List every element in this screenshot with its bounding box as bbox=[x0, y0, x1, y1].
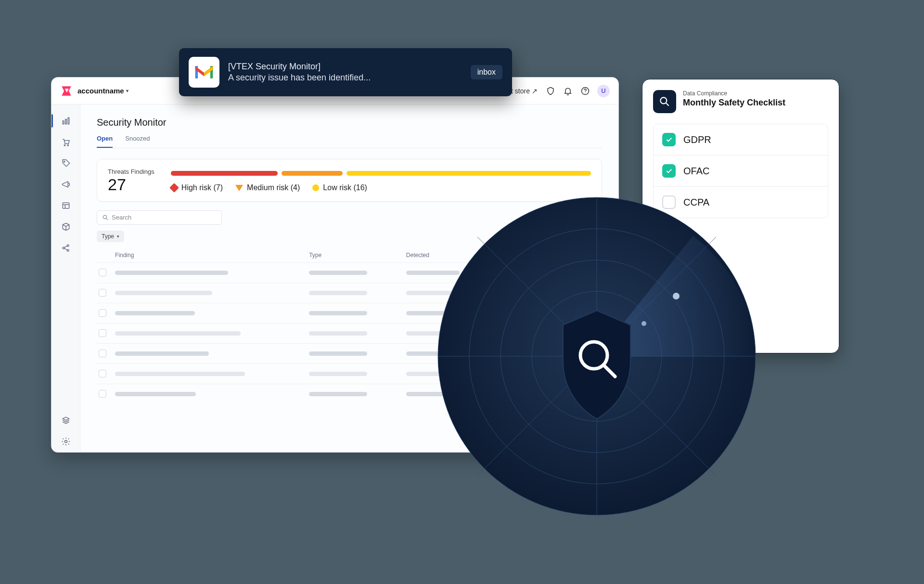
svg-point-16 bbox=[660, 97, 667, 104]
table-row[interactable] bbox=[97, 303, 602, 323]
svg-rect-5 bbox=[65, 119, 66, 124]
gmail-icon bbox=[189, 57, 219, 88]
legend-low[interactable]: Low risk (16) bbox=[312, 183, 367, 192]
row-checkbox[interactable] bbox=[99, 350, 106, 357]
cell-detected-placeholder bbox=[406, 271, 460, 275]
svg-point-15 bbox=[103, 215, 106, 219]
sidebar-item-catalog[interactable] bbox=[51, 216, 80, 237]
row-checkbox[interactable] bbox=[99, 269, 106, 276]
sidebar-item-pricing[interactable] bbox=[51, 153, 80, 174]
col-finding: Finding bbox=[115, 252, 309, 259]
cell-finding-placeholder bbox=[115, 271, 228, 275]
row-checkbox[interactable] bbox=[99, 309, 106, 317]
col-type: Type bbox=[309, 252, 406, 259]
sidebar bbox=[51, 104, 80, 452]
cell-detected-placeholder bbox=[406, 331, 460, 336]
help-icon[interactable] bbox=[580, 86, 590, 96]
filter-type[interactable]: Type ▾ bbox=[97, 231, 124, 242]
table-row[interactable] bbox=[97, 363, 602, 384]
cell-sensor-placeholder bbox=[503, 311, 552, 315]
cell-finding-placeholder bbox=[115, 351, 209, 356]
checklist-item-label: GDPR bbox=[683, 134, 711, 145]
bar-high bbox=[171, 171, 278, 176]
cell-finding-placeholder bbox=[115, 331, 241, 336]
cell-finding-placeholder bbox=[115, 372, 245, 376]
cell-sensor-placeholder bbox=[503, 291, 552, 295]
risk-distribution-bar bbox=[171, 171, 591, 176]
cell-type-placeholder bbox=[309, 291, 367, 295]
sidebar-item-settings[interactable] bbox=[51, 431, 80, 452]
sidebar-item-dashboard[interactable] bbox=[51, 110, 80, 131]
row-checkbox[interactable] bbox=[99, 329, 106, 337]
circle-icon bbox=[312, 184, 319, 191]
table-row[interactable] bbox=[97, 323, 602, 343]
svg-point-3 bbox=[585, 92, 586, 93]
svg-point-11 bbox=[63, 247, 64, 249]
cell-type-placeholder bbox=[309, 331, 367, 336]
sidebar-item-orders[interactable] bbox=[51, 131, 80, 153]
vtex-logo-icon bbox=[60, 85, 73, 97]
account-name: accountname bbox=[77, 87, 124, 95]
sidebar-item-share[interactable] bbox=[51, 237, 80, 259]
sidebar-item-storefront[interactable] bbox=[51, 195, 80, 216]
svg-point-13 bbox=[67, 249, 69, 251]
checklist-item[interactable]: OFAC bbox=[654, 155, 828, 186]
table-row[interactable] bbox=[97, 283, 602, 303]
table-row[interactable] bbox=[97, 262, 602, 283]
tab-snoozed[interactable]: Snoozed bbox=[125, 135, 150, 148]
cell-detected-placeholder bbox=[406, 291, 460, 295]
tabs: Open Snoozed bbox=[97, 135, 602, 148]
chevron-down-icon: ▾ bbox=[117, 234, 119, 239]
check-icon bbox=[662, 133, 676, 146]
threats-findings-label: Threats Findings bbox=[108, 168, 154, 175]
main-content: Security Monitor Open Snoozed Threats Fi… bbox=[80, 104, 618, 452]
search-input[interactable]: Search bbox=[97, 210, 222, 225]
sidebar-item-promotions[interactable] bbox=[51, 174, 80, 195]
svg-rect-6 bbox=[68, 117, 69, 124]
tab-open[interactable]: Open bbox=[97, 135, 113, 148]
security-monitor-window: accountname ▾ Visit store ↗ U bbox=[51, 77, 619, 453]
bar-medium bbox=[282, 171, 343, 176]
legend-high[interactable]: High risk (7) bbox=[171, 183, 223, 192]
legend-medium[interactable]: Medium risk (4) bbox=[235, 183, 300, 192]
cell-sensor-placeholder bbox=[503, 351, 552, 356]
svg-point-9 bbox=[64, 161, 64, 162]
cell-detected-placeholder bbox=[406, 311, 460, 315]
svg-point-14 bbox=[64, 441, 67, 443]
risk-legend: High risk (7) Medium risk (4) Low risk (… bbox=[171, 183, 591, 192]
row-checkbox[interactable] bbox=[99, 390, 106, 398]
svg-point-12 bbox=[67, 245, 69, 247]
table-row[interactable] bbox=[97, 384, 602, 404]
svg-rect-4 bbox=[63, 121, 64, 124]
table-header: Finding Type Detected Sensor bbox=[97, 242, 602, 262]
shield-icon[interactable] bbox=[545, 86, 556, 96]
check-icon bbox=[662, 164, 676, 178]
cell-sensor-placeholder bbox=[503, 271, 552, 275]
diamond-icon bbox=[169, 183, 179, 193]
table-row[interactable] bbox=[97, 343, 602, 363]
cell-finding-placeholder bbox=[115, 291, 212, 295]
safety-checklist-panel: Data Compliance Monthly Safety Checklist… bbox=[642, 79, 839, 353]
cell-sensor-placeholder bbox=[503, 392, 552, 396]
checklist-item-label: CCPA bbox=[683, 197, 709, 208]
threats-findings-count: 27 bbox=[108, 176, 154, 194]
checklist-item[interactable]: CCPA bbox=[654, 186, 828, 218]
account-switcher[interactable]: accountname ▾ bbox=[77, 87, 128, 95]
svg-point-8 bbox=[67, 144, 68, 146]
cell-type-placeholder bbox=[309, 311, 367, 315]
user-avatar[interactable]: U bbox=[597, 85, 610, 97]
chevron-down-icon: ▾ bbox=[126, 88, 128, 93]
sidebar-item-apps[interactable] bbox=[51, 410, 80, 431]
row-checkbox[interactable] bbox=[99, 289, 106, 297]
cell-type-placeholder bbox=[309, 271, 367, 275]
bell-icon[interactable] bbox=[563, 86, 573, 96]
email-notification-toast[interactable]: [VTEX Security Monitor] A security issue… bbox=[179, 48, 512, 96]
col-detected: Detected bbox=[406, 252, 503, 259]
row-checkbox[interactable] bbox=[99, 370, 106, 377]
checklist-item-label: OFAC bbox=[683, 166, 709, 177]
page-title: Security Monitor bbox=[97, 117, 602, 128]
svg-point-7 bbox=[64, 144, 65, 146]
toast-badge: inbox bbox=[471, 65, 502, 79]
checklist-item[interactable]: GDPR bbox=[654, 124, 828, 155]
checklist-subtitle: Data Compliance bbox=[683, 90, 785, 97]
